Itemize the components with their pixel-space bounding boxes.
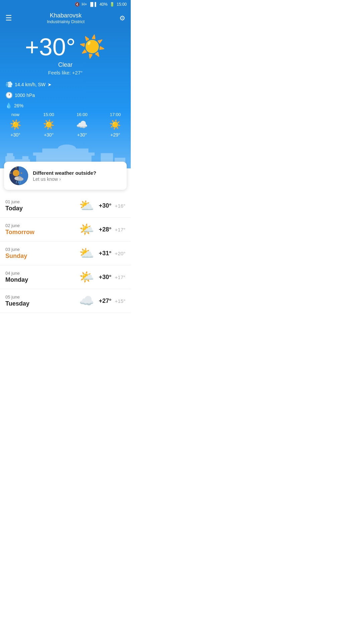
forecast-date-0: 01 june: [5, 199, 79, 204]
humidity-icon: 💧: [5, 102, 12, 109]
forecast-date-3: 04 june: [5, 271, 79, 276]
forecast-date-2: 03 june: [5, 247, 79, 252]
hourly-temp-1: +30°: [44, 132, 54, 138]
forecast-item-tomorrow[interactable]: 02 june Tomorrow 🌤️ +28° +17°: [0, 218, 131, 241]
forecast-low-2: +20°: [115, 251, 125, 256]
hourly-item-1600: 16:00 ☁️ +30°: [72, 112, 92, 138]
hourly-item-1500: 15:00 ☀️ +30°: [39, 112, 59, 138]
forecast-low-0: +16°: [115, 203, 125, 209]
humidity-value: 26%: [14, 103, 23, 108]
forecast-low-1: +17°: [115, 227, 125, 232]
forecast-item-tuesday[interactable]: 05 june Tuesday ☁️ +27° +15°: [0, 289, 131, 313]
weather-stats: 💨 14.4 km/h, SW ➤: [5, 81, 125, 88]
hourly-time-2: 16:00: [76, 112, 87, 117]
forecast-date-block-0: 01 june Today: [5, 199, 79, 212]
forecast-low-4: +15°: [115, 298, 125, 304]
menu-icon[interactable]: ☰: [5, 14, 12, 22]
forecast-temps-2: +31° +20°: [99, 250, 125, 257]
feedback-card[interactable]: Different weather outside? Let us know ›: [4, 162, 127, 190]
forecast-high-3: +30°: [99, 274, 112, 281]
pressure-stat: 🕐 1000 hPa: [5, 92, 35, 99]
svg-rect-18: [22, 156, 28, 160]
weather-stats-3: 💧 26%: [5, 102, 125, 109]
forecast-date-block-2: 03 june Sunday: [5, 247, 79, 260]
forecast-high-2: +31°: [99, 250, 112, 257]
forecast-date-block-4: 05 june Tuesday: [5, 294, 79, 307]
wind-icon: 💨: [5, 81, 13, 88]
forecast-day-2: Sunday: [5, 253, 79, 260]
forecast-date-block-1: 02 june Tomorrow: [5, 223, 79, 236]
clock: 15:00: [117, 2, 127, 7]
forecast-temps-1: +28° +17°: [99, 226, 125, 233]
wind-direction-arrow: ➤: [48, 82, 52, 87]
humidity-stat: 💧 26%: [5, 102, 23, 109]
current-temperature: +30°: [25, 35, 76, 59]
feels-like: Feels like: +27°: [5, 70, 125, 75]
hourly-item-now: now ☀️ +30°: [5, 112, 25, 138]
network-icon: H+: [82, 2, 87, 7]
district-name: Industrialniy District: [47, 19, 85, 24]
app-header: ☰ Khabarovsk Industrialniy District ⚙: [0, 9, 131, 28]
feedback-link[interactable]: Let us know ›: [33, 176, 121, 182]
hourly-time-3: 17:00: [110, 112, 121, 117]
forecast-high-1: +28°: [99, 226, 112, 233]
hourly-forecast: now ☀️ +30° 15:00 ☀️ +30° 16:00 ☁️ +30° …: [5, 112, 125, 139]
forecast-day-3: Monday: [5, 276, 79, 283]
forecast-item-today[interactable]: 01 june Today ⛅ +30° +16°: [0, 194, 131, 218]
svg-point-27: [18, 177, 23, 181]
pressure-value: 1000 hPa: [15, 93, 35, 98]
hourly-time-1: 15:00: [43, 112, 54, 117]
feedback-title: Different weather outside?: [33, 170, 121, 176]
weather-condition: Clear: [5, 61, 125, 68]
svg-point-20: [13, 170, 19, 176]
pressure-icon: 🕐: [5, 92, 13, 99]
forecast-day-0: Today: [5, 205, 79, 212]
status-bar: 🔇 H+ ▐▌▌ 40% 🔋 15:00: [0, 0, 131, 9]
settings-icon[interactable]: ⚙: [119, 14, 125, 22]
battery-icon: 🔋: [110, 2, 115, 7]
hourly-temp-0: +30°: [10, 132, 20, 138]
hourly-time-0: now: [11, 112, 19, 117]
forecast-date-4: 05 june: [5, 294, 79, 300]
temperature-row: +30° ☀️: [5, 34, 125, 59]
city-name: Khabarovsk: [47, 12, 85, 19]
forecast-high-0: +30°: [99, 202, 112, 209]
feedback-weather-icon: [9, 166, 28, 185]
sun-icon: ☀️: [79, 34, 106, 59]
forecast-date-block-3: 04 june Monday: [5, 271, 79, 283]
hourly-temp-2: +30°: [77, 132, 87, 138]
signal-bars: ▐▌▌: [89, 2, 98, 7]
forecast-item-sunday[interactable]: 03 june Sunday ⛅ +31° +20°: [0, 241, 131, 265]
forecast-low-3: +17°: [115, 274, 125, 280]
forecast-temps-3: +30° +17°: [99, 274, 125, 281]
forecast-temps-4: +27° +15°: [99, 298, 125, 305]
mute-icon: 🔇: [75, 2, 80, 7]
forecast-list: 01 june Today ⛅ +30° +16° 02 june Tomorr…: [0, 194, 131, 313]
forecast-icon-2: ⛅: [79, 246, 94, 260]
weather-hero: +30° ☀️ Clear Feels like: +27° 💨 14.4 km…: [0, 28, 131, 168]
forecast-icon-1: 🌤️: [79, 222, 94, 236]
wind-value: 14.4 km/h, SW: [15, 82, 46, 87]
battery-percent: 40%: [100, 2, 108, 7]
svg-point-14: [58, 144, 76, 153]
hourly-temp-3: +29°: [110, 132, 120, 138]
feedback-link-text[interactable]: Let us know: [33, 176, 58, 182]
wind-stat: 💨 14.4 km/h, SW ➤: [5, 81, 52, 88]
forecast-item-monday[interactable]: 04 june Monday 🌤️ +30° +17°: [0, 265, 131, 289]
forecast-temps-0: +30° +16°: [99, 202, 125, 209]
forecast-date-1: 02 june: [5, 223, 79, 228]
forecast-high-4: +27°: [99, 298, 112, 305]
forecast-icon-0: ⛅: [79, 199, 94, 213]
forecast-icon-4: ☁️: [79, 294, 94, 308]
location-info: Khabarovsk Industrialniy District: [47, 12, 85, 24]
forecast-day-1: Tomorrow: [5, 229, 79, 236]
hourly-icon-0: ☀️: [10, 119, 21, 130]
forecast-day-4: Tuesday: [5, 300, 79, 307]
feedback-chevron: ›: [59, 176, 61, 182]
forecast-icon-3: 🌤️: [79, 270, 94, 284]
feedback-text-block: Different weather outside? Let us know ›: [33, 170, 121, 182]
hourly-item-1700: 17:00 ☀️ +29°: [105, 112, 125, 138]
hourly-icon-1: ☀️: [43, 119, 55, 130]
hourly-icon-3: ☀️: [109, 119, 121, 130]
svg-rect-1: [7, 153, 13, 157]
